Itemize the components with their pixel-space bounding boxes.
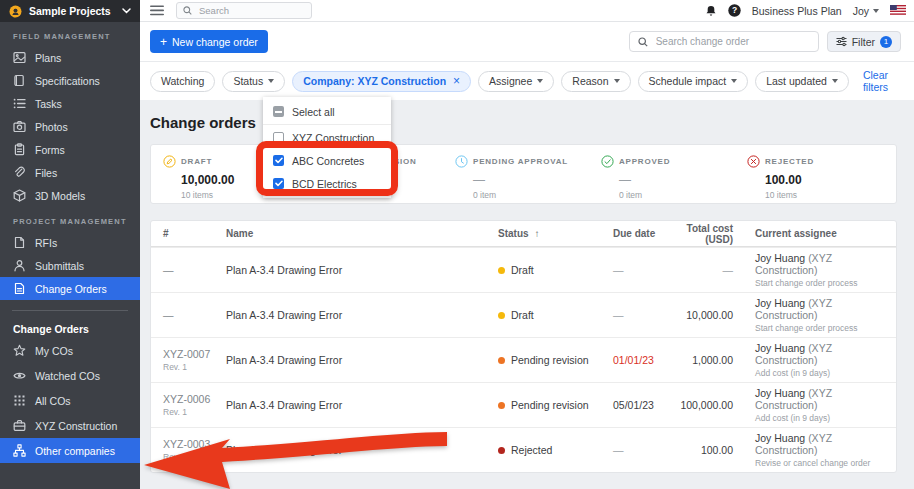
notifications-bell-icon[interactable] bbox=[705, 5, 717, 17]
sidebar-item-specifications[interactable]: Specifications bbox=[0, 69, 140, 92]
card-value: — bbox=[619, 173, 735, 187]
card-label: APPROVED bbox=[619, 157, 670, 166]
chevron-down-icon bbox=[122, 8, 131, 14]
table-row[interactable]: — Plan A-3.4 Drawing Error Draft — 10,00… bbox=[151, 292, 896, 337]
section-title-project-management: PROJECT MANAGEMENT bbox=[13, 217, 140, 226]
row-id: — bbox=[163, 264, 226, 276]
column-header-id[interactable]: # bbox=[163, 228, 226, 239]
chevron-down-icon bbox=[268, 79, 274, 83]
checkbox-indeterminate-icon[interactable] bbox=[273, 106, 284, 117]
assignee-action: Start change order process bbox=[755, 323, 896, 333]
summary-card-approved[interactable]: APPROVED — 0 item bbox=[589, 145, 735, 203]
row-assignee: Joy Huang (XYZ Construction) Add cost (i… bbox=[755, 342, 896, 378]
filter-chip-last-updated[interactable]: Last updated bbox=[755, 71, 849, 92]
chevron-down-icon bbox=[731, 79, 737, 83]
new-change-order-button[interactable]: + New change order bbox=[150, 30, 268, 53]
chip-label: Company: XYZ Construction bbox=[303, 75, 446, 87]
card-label: REJECTED bbox=[765, 157, 814, 166]
filter-chip-company[interactable]: Company: XYZ Construction × bbox=[292, 71, 471, 92]
global-search[interactable] bbox=[176, 2, 312, 19]
sidebar-item-submittals[interactable]: Submittals bbox=[0, 254, 140, 277]
help-icon[interactable]: ? bbox=[728, 4, 741, 17]
new-change-order-label: New change order bbox=[172, 36, 258, 48]
row-revision: Rev. 1 bbox=[163, 362, 226, 372]
chevron-down-icon bbox=[537, 79, 543, 83]
row-assignee: Joy Huang (XYZ Construction) Start chang… bbox=[755, 252, 896, 288]
row-due-date: — bbox=[613, 309, 665, 321]
change-order-search[interactable] bbox=[629, 31, 819, 52]
card-items: 0 item bbox=[619, 190, 735, 200]
column-header-due-date[interactable]: Due date bbox=[613, 228, 665, 239]
hamburger-menu-icon[interactable] bbox=[150, 5, 164, 16]
column-header-assignee[interactable]: Current assignee bbox=[755, 228, 896, 239]
dropdown-option-select-all[interactable]: Select all bbox=[263, 100, 391, 123]
filter-button[interactable]: Filter 1 bbox=[827, 31, 901, 52]
status-dot-pending bbox=[498, 402, 505, 409]
row-name: Plan A-3.4 Drawing Error bbox=[226, 399, 498, 411]
filter-chip-schedule-impact[interactable]: Schedule impact bbox=[638, 71, 749, 92]
column-header-name[interactable]: Name bbox=[226, 228, 498, 239]
row-assignee: Joy Huang (XYZ Construction) Revise or c… bbox=[755, 432, 896, 468]
row-total-cost: 1,000.00 bbox=[665, 354, 755, 366]
cube-icon bbox=[13, 189, 26, 202]
column-header-total-cost[interactable]: Total cost (USD) bbox=[665, 223, 755, 245]
sidebar-item-my-cos[interactable]: My COs bbox=[0, 338, 140, 363]
chip-label: Assignee bbox=[489, 75, 532, 87]
summary-card-pending-approval[interactable]: PENDING APPROVAL — 0 item bbox=[443, 145, 589, 203]
sidebar-item-plans[interactable]: Plans bbox=[0, 46, 140, 69]
clear-filters-link[interactable]: Clear filters bbox=[863, 69, 914, 93]
sidebar-item-change-orders[interactable]: Change Orders bbox=[0, 277, 140, 300]
sidebar-item-3d-models[interactable]: 3D Models bbox=[0, 184, 140, 207]
row-status: Draft bbox=[498, 309, 613, 321]
sidebar-item-photos[interactable]: Photos bbox=[0, 115, 140, 138]
sidebar-item-label: Plans bbox=[35, 52, 61, 64]
language-flag-icon[interactable] bbox=[890, 5, 906, 16]
sidebar-item-label: 3D Models bbox=[35, 190, 85, 202]
filter-chip-status[interactable]: Status bbox=[222, 71, 285, 92]
card-value: 100.00 bbox=[765, 173, 881, 187]
table-row[interactable]: XYZ-0007 Rev. 1 Plan A-3.4 Drawing Error… bbox=[151, 337, 896, 382]
svg-text:?: ? bbox=[732, 5, 737, 15]
filter-chip-assignee[interactable]: Assignee bbox=[478, 71, 554, 92]
tool-group-title: Change Orders bbox=[13, 323, 140, 335]
person-icon bbox=[13, 259, 26, 272]
row-id: XYZ-0007 bbox=[163, 348, 226, 360]
sidebar-item-watched-cos[interactable]: Watched COs bbox=[0, 363, 140, 388]
plans-icon bbox=[13, 51, 26, 64]
row-due-date: 05/01/23 bbox=[613, 399, 665, 411]
sort-ascending-icon: ↑ bbox=[535, 228, 540, 239]
global-search-input[interactable] bbox=[197, 4, 305, 17]
sidebar-item-label: RFIs bbox=[35, 237, 57, 249]
assignee-action: Start change order process bbox=[755, 278, 896, 288]
filter-sliders-icon bbox=[836, 36, 847, 47]
close-icon[interactable]: × bbox=[453, 75, 460, 87]
row-id-group: XYZ-0007 Rev. 1 bbox=[163, 348, 226, 372]
summary-card-rejected[interactable]: REJECTED 100.00 10 items bbox=[735, 145, 881, 203]
sidebar-item-label: Files bbox=[35, 167, 57, 179]
app-window: ? Business Plus Plan Joy Sample Projects… bbox=[0, 0, 914, 489]
change-order-search-input[interactable] bbox=[654, 35, 810, 48]
table-row[interactable]: — Plan A-3.4 Drawing Error Draft — — Joy… bbox=[151, 247, 896, 292]
user-menu[interactable]: Joy bbox=[853, 5, 879, 17]
sidebar-item-label: My COs bbox=[35, 345, 73, 357]
annotation-arrow bbox=[55, 413, 475, 489]
table-header-row: # Name Status ↑ Due date Total cost (USD… bbox=[151, 221, 896, 247]
sidebar-divider bbox=[12, 310, 128, 311]
sidebar-item-label: Forms bbox=[35, 144, 65, 156]
chip-label: Watching bbox=[161, 75, 204, 87]
sidebar-item-tasks[interactable]: Tasks bbox=[0, 92, 140, 115]
column-header-status[interactable]: Status ↑ bbox=[498, 228, 613, 239]
filter-chip-reason[interactable]: Reason bbox=[561, 71, 630, 92]
sidebar-item-forms[interactable]: Forms bbox=[0, 138, 140, 161]
sidebar-item-label: Tasks bbox=[35, 98, 62, 110]
filter-chip-watching[interactable]: Watching bbox=[150, 71, 215, 92]
assignee-name: Joy Huang bbox=[755, 342, 805, 354]
project-switcher[interactable]: Sample Projects bbox=[0, 0, 140, 22]
top-bar: ? Business Plus Plan Joy bbox=[140, 0, 914, 22]
sidebar-item-files[interactable]: Files bbox=[0, 161, 140, 184]
sidebar-item-all-cos[interactable]: All COs bbox=[0, 388, 140, 413]
sidebar-item-rfis[interactable]: RFIs bbox=[0, 231, 140, 254]
row-assignee: Joy Huang (XYZ Construction) Add cost (i… bbox=[755, 387, 896, 423]
status-dot-draft bbox=[498, 267, 505, 274]
row-status: Rejected bbox=[498, 444, 613, 456]
